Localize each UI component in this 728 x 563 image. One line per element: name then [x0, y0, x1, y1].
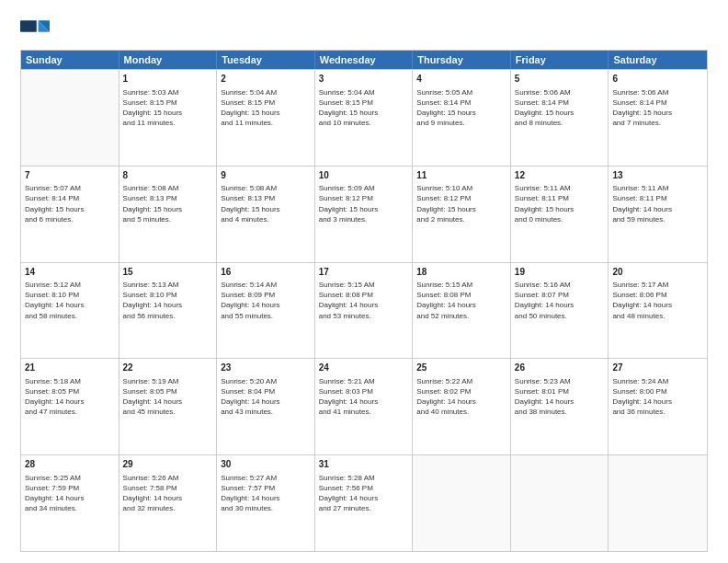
day-info: Sunrise: 5:28 AM Sunset: 7:56 PM Dayligh…	[319, 473, 409, 514]
day-number: 23	[221, 362, 311, 374]
logo	[20, 17, 53, 42]
day-info: Sunrise: 5:24 AM Sunset: 8:00 PM Dayligh…	[612, 376, 703, 418]
day-number: 19	[515, 266, 605, 279]
day-number: 18	[416, 266, 506, 279]
day-number: 15	[123, 266, 213, 279]
calendar-cell	[413, 455, 511, 551]
day-info: Sunrise: 5:11 AM Sunset: 8:11 PM Dayligh…	[515, 183, 605, 224]
day-info: Sunrise: 5:15 AM Sunset: 8:08 PM Dayligh…	[416, 280, 506, 321]
day-number: 27	[612, 362, 703, 374]
calendar-cell: 28Sunrise: 5:25 AM Sunset: 7:59 PM Dayli…	[21, 455, 119, 551]
calendar-week-row: 21Sunrise: 5:18 AM Sunset: 8:05 PM Dayli…	[21, 358, 707, 454]
calendar-cell: 9Sunrise: 5:08 AM Sunset: 8:13 PM Daylig…	[217, 167, 315, 262]
day-number: 25	[416, 362, 506, 374]
day-number: 1	[123, 73, 213, 86]
day-number: 2	[221, 73, 311, 86]
calendar-cell	[511, 455, 609, 551]
weekday-header: Saturday	[609, 51, 707, 69]
day-number: 4	[416, 73, 506, 86]
weekday-header: Tuesday	[217, 51, 315, 69]
day-info: Sunrise: 5:03 AM Sunset: 8:15 PM Dayligh…	[123, 87, 213, 129]
day-info: Sunrise: 5:16 AM Sunset: 8:07 PM Dayligh…	[515, 280, 605, 321]
weekday-header: Sunday	[21, 51, 119, 69]
day-info: Sunrise: 5:07 AM Sunset: 8:14 PM Dayligh…	[25, 183, 115, 224]
header	[20, 17, 708, 42]
calendar-cell: 24Sunrise: 5:21 AM Sunset: 8:03 PM Dayli…	[315, 359, 414, 454]
calendar-cell: 16Sunrise: 5:14 AM Sunset: 8:09 PM Dayli…	[217, 263, 315, 359]
day-number: 9	[221, 169, 311, 182]
calendar-cell: 19Sunrise: 5:16 AM Sunset: 8:07 PM Dayli…	[511, 263, 609, 359]
calendar-cell: 4Sunrise: 5:05 AM Sunset: 8:14 PM Daylig…	[413, 70, 511, 166]
calendar-cell: 31Sunrise: 5:28 AM Sunset: 7:56 PM Dayli…	[315, 455, 414, 551]
day-info: Sunrise: 5:08 AM Sunset: 8:13 PM Dayligh…	[123, 183, 213, 224]
calendar-cell: 2Sunrise: 5:04 AM Sunset: 8:15 PM Daylig…	[217, 70, 315, 166]
day-number: 29	[123, 458, 213, 471]
calendar-cell: 20Sunrise: 5:17 AM Sunset: 8:06 PM Dayli…	[609, 263, 707, 359]
day-number: 12	[515, 169, 605, 182]
calendar-cell: 15Sunrise: 5:13 AM Sunset: 8:10 PM Dayli…	[119, 263, 218, 359]
day-number: 31	[319, 458, 409, 471]
calendar-cell: 8Sunrise: 5:08 AM Sunset: 8:13 PM Daylig…	[119, 167, 218, 262]
calendar-cell: 30Sunrise: 5:27 AM Sunset: 7:57 PM Dayli…	[217, 455, 315, 551]
day-info: Sunrise: 5:10 AM Sunset: 8:12 PM Dayligh…	[416, 183, 506, 224]
day-info: Sunrise: 5:04 AM Sunset: 8:15 PM Dayligh…	[221, 87, 311, 129]
day-number: 11	[416, 169, 506, 182]
calendar-week-row: 7Sunrise: 5:07 AM Sunset: 8:14 PM Daylig…	[21, 166, 707, 262]
calendar-cell: 6Sunrise: 5:06 AM Sunset: 8:14 PM Daylig…	[609, 70, 707, 166]
weekday-header: Thursday	[413, 51, 511, 69]
day-number: 20	[612, 266, 703, 279]
svg-rect-3	[20, 20, 37, 31]
day-number: 24	[319, 362, 409, 374]
calendar-header: SundayMondayTuesdayWednesdayThursdayFrid…	[21, 51, 707, 69]
day-info: Sunrise: 5:12 AM Sunset: 8:10 PM Dayligh…	[25, 280, 115, 321]
day-info: Sunrise: 5:25 AM Sunset: 7:59 PM Dayligh…	[25, 473, 115, 514]
calendar-cell: 7Sunrise: 5:07 AM Sunset: 8:14 PM Daylig…	[21, 167, 119, 262]
day-number: 16	[221, 266, 311, 279]
calendar-cell: 1Sunrise: 5:03 AM Sunset: 8:15 PM Daylig…	[119, 70, 218, 166]
day-number: 22	[123, 362, 213, 374]
calendar-cell: 13Sunrise: 5:11 AM Sunset: 8:11 PM Dayli…	[609, 167, 707, 262]
day-number: 21	[25, 362, 115, 374]
day-info: Sunrise: 5:13 AM Sunset: 8:10 PM Dayligh…	[123, 280, 213, 321]
day-number: 7	[25, 169, 115, 182]
day-info: Sunrise: 5:09 AM Sunset: 8:12 PM Dayligh…	[319, 183, 409, 224]
day-info: Sunrise: 5:11 AM Sunset: 8:11 PM Dayligh…	[612, 183, 703, 224]
calendar-cell: 26Sunrise: 5:23 AM Sunset: 8:01 PM Dayli…	[511, 359, 609, 454]
day-info: Sunrise: 5:05 AM Sunset: 8:14 PM Dayligh…	[416, 87, 506, 129]
day-info: Sunrise: 5:27 AM Sunset: 7:57 PM Dayligh…	[221, 473, 311, 514]
day-info: Sunrise: 5:18 AM Sunset: 8:05 PM Dayligh…	[25, 376, 115, 418]
calendar-cell: 23Sunrise: 5:20 AM Sunset: 8:04 PM Dayli…	[217, 359, 315, 454]
calendar-cell: 12Sunrise: 5:11 AM Sunset: 8:11 PM Dayli…	[511, 167, 609, 262]
day-info: Sunrise: 5:04 AM Sunset: 8:15 PM Dayligh…	[319, 87, 409, 129]
day-info: Sunrise: 5:06 AM Sunset: 8:14 PM Dayligh…	[612, 87, 703, 129]
calendar-cell: 14Sunrise: 5:12 AM Sunset: 8:10 PM Dayli…	[21, 263, 119, 359]
day-number: 26	[515, 362, 605, 374]
day-info: Sunrise: 5:26 AM Sunset: 7:58 PM Dayligh…	[123, 473, 213, 514]
page: SundayMondayTuesdayWednesdayThursdayFrid…	[0, 0, 728, 563]
calendar-body: 1Sunrise: 5:03 AM Sunset: 8:15 PM Daylig…	[21, 69, 707, 551]
day-number: 3	[319, 73, 409, 86]
calendar-cell: 11Sunrise: 5:10 AM Sunset: 8:12 PM Dayli…	[413, 167, 511, 262]
day-number: 14	[25, 266, 115, 279]
day-info: Sunrise: 5:08 AM Sunset: 8:13 PM Dayligh…	[221, 183, 311, 224]
day-number: 5	[515, 73, 605, 86]
day-number: 17	[319, 266, 409, 279]
calendar-cell: 3Sunrise: 5:04 AM Sunset: 8:15 PM Daylig…	[315, 70, 414, 166]
day-info: Sunrise: 5:20 AM Sunset: 8:04 PM Dayligh…	[221, 376, 311, 418]
day-number: 6	[612, 73, 703, 86]
calendar-cell: 21Sunrise: 5:18 AM Sunset: 8:05 PM Dayli…	[21, 359, 119, 454]
day-info: Sunrise: 5:14 AM Sunset: 8:09 PM Dayligh…	[221, 280, 311, 321]
calendar: SundayMondayTuesdayWednesdayThursdayFrid…	[20, 50, 708, 552]
calendar-week-row: 28Sunrise: 5:25 AM Sunset: 7:59 PM Dayli…	[21, 454, 707, 551]
day-info: Sunrise: 5:17 AM Sunset: 8:06 PM Dayligh…	[612, 280, 703, 321]
day-number: 13	[612, 169, 703, 182]
calendar-cell: 5Sunrise: 5:06 AM Sunset: 8:14 PM Daylig…	[511, 70, 609, 166]
day-number: 10	[319, 169, 409, 182]
day-info: Sunrise: 5:06 AM Sunset: 8:14 PM Dayligh…	[515, 87, 605, 129]
day-number: 30	[221, 458, 311, 471]
calendar-week-row: 1Sunrise: 5:03 AM Sunset: 8:15 PM Daylig…	[21, 69, 707, 166]
calendar-cell	[609, 455, 707, 551]
calendar-cell: 22Sunrise: 5:19 AM Sunset: 8:05 PM Dayli…	[119, 359, 218, 454]
day-info: Sunrise: 5:21 AM Sunset: 8:03 PM Dayligh…	[319, 376, 409, 418]
calendar-cell: 29Sunrise: 5:26 AM Sunset: 7:58 PM Dayli…	[119, 455, 218, 551]
